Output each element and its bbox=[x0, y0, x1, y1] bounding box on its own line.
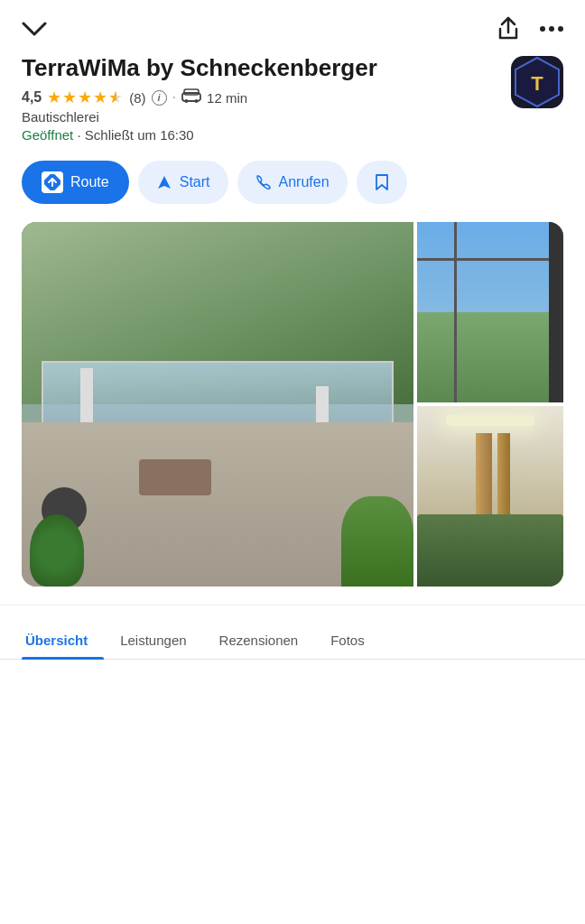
svg-text:T: T bbox=[531, 72, 543, 95]
tab-overview[interactable]: Übersicht bbox=[22, 624, 104, 659]
svg-rect-4 bbox=[184, 89, 199, 95]
photo-bottom-right[interactable] bbox=[417, 406, 563, 587]
tab-services[interactable]: Leistungen bbox=[104, 624, 202, 659]
route-button[interactable]: Route bbox=[22, 161, 129, 204]
tab-photos[interactable]: Fotos bbox=[314, 624, 381, 659]
action-buttons: Route Start Anrufen bbox=[0, 155, 585, 222]
svg-point-1 bbox=[549, 26, 554, 32]
photo-main[interactable] bbox=[22, 222, 413, 587]
svg-point-0 bbox=[540, 26, 545, 32]
more-options-button[interactable] bbox=[540, 25, 563, 32]
close-time: · bbox=[77, 127, 84, 143]
route-label: Route bbox=[70, 174, 109, 190]
top-bar-right bbox=[497, 16, 563, 42]
svg-marker-11 bbox=[158, 176, 171, 189]
separator: · bbox=[172, 89, 176, 106]
bookmark-icon bbox=[375, 173, 389, 191]
call-label: Anrufen bbox=[279, 174, 330, 190]
start-button[interactable]: Start bbox=[138, 161, 228, 204]
svg-point-2 bbox=[558, 26, 563, 32]
open-label: Geöffnet bbox=[22, 127, 73, 143]
tab-reviews[interactable]: Rezensionen bbox=[203, 624, 315, 659]
start-label: Start bbox=[180, 174, 210, 190]
stars-display: ★★★★ ★ ★ bbox=[47, 88, 124, 107]
route-icon bbox=[42, 171, 63, 193]
save-button[interactable] bbox=[357, 161, 407, 204]
open-status: Geöffnet · Schließt um 16:30 bbox=[22, 127, 500, 143]
business-text: TerraWiMa by Schneckenberger 4,5 ★★★★ ★ … bbox=[22, 54, 500, 143]
business-category: Bautischlerei bbox=[22, 109, 500, 125]
review-count: (8) bbox=[129, 90, 145, 106]
close-label: Schließt um 16:30 bbox=[85, 127, 194, 143]
call-button[interactable]: Anrufen bbox=[237, 161, 348, 204]
drive-time: 12 min bbox=[207, 90, 247, 106]
rating-number: 4,5 bbox=[22, 89, 42, 106]
drive-icon bbox=[181, 88, 201, 106]
start-icon bbox=[156, 174, 172, 190]
logo-icon: T bbox=[514, 56, 561, 108]
back-button[interactable] bbox=[22, 20, 47, 38]
share-button[interactable] bbox=[497, 16, 520, 42]
photo-top-right[interactable] bbox=[417, 222, 563, 402]
rating-row: 4,5 ★★★★ ★ ★ (8) i · 12 min bbox=[22, 88, 500, 107]
phone-icon bbox=[255, 174, 272, 190]
tabs-row: Übersicht Leistungen Rezensionen Fotos bbox=[0, 624, 585, 660]
info-icon[interactable]: i bbox=[152, 90, 167, 106]
business-info: TerraWiMa by Schneckenberger 4,5 ★★★★ ★ … bbox=[0, 51, 585, 155]
tabs-section: Übersicht Leistungen Rezensionen Fotos bbox=[0, 605, 585, 660]
photos-grid bbox=[22, 222, 563, 587]
svg-point-5 bbox=[185, 99, 189, 103]
business-logo: T bbox=[511, 56, 563, 108]
svg-point-6 bbox=[195, 99, 199, 103]
top-bar bbox=[0, 0, 585, 51]
business-name: TerraWiMa by Schneckenberger bbox=[22, 54, 500, 82]
